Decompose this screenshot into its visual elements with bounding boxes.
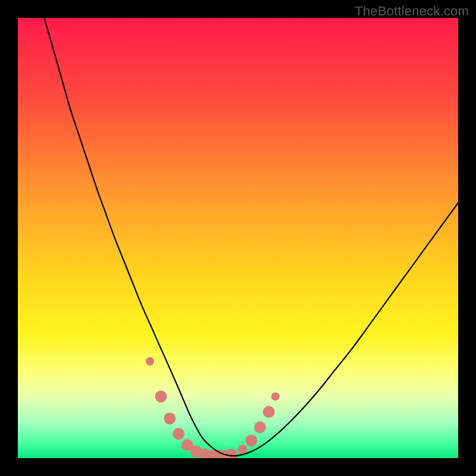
chart-frame: TheBottleneck.com bbox=[0, 0, 476, 476]
highlight-dot bbox=[263, 406, 275, 418]
curve-layer bbox=[18, 18, 458, 458]
highlight-dot bbox=[271, 392, 280, 400]
highlight-dot bbox=[155, 390, 167, 402]
highlight-dot bbox=[164, 412, 176, 424]
plot-area bbox=[18, 18, 458, 458]
highlight-dot bbox=[226, 449, 237, 458]
highlight-dot bbox=[254, 421, 266, 433]
watermark-text: TheBottleneck.com bbox=[355, 4, 469, 19]
highlight-dot bbox=[237, 444, 247, 454]
highlight-dot bbox=[245, 434, 257, 446]
bottleneck-curve bbox=[44, 18, 458, 456]
highlight-dots bbox=[146, 357, 280, 458]
highlight-dot bbox=[173, 428, 184, 440]
highlight-dot bbox=[146, 357, 154, 365]
